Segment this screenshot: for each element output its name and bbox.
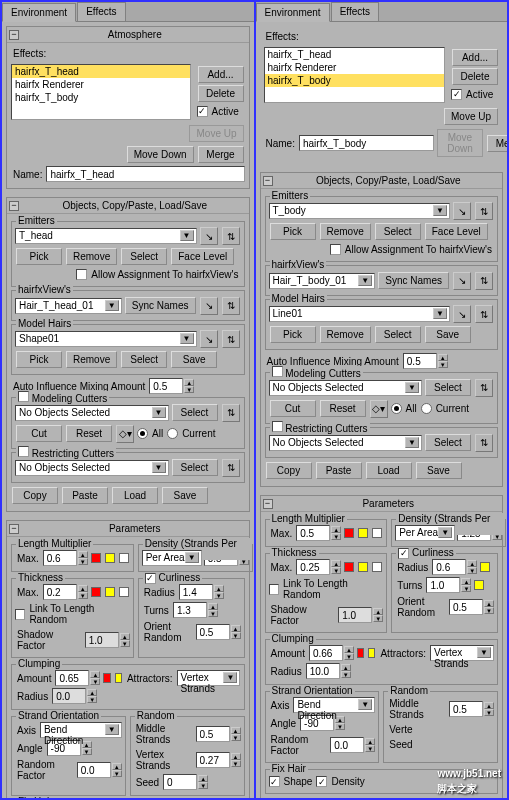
swatch-icon[interactable] xyxy=(357,648,364,658)
emitters-dropdown[interactable]: T_body xyxy=(269,203,451,219)
orient-spinner[interactable]: ▲▼ xyxy=(196,624,241,640)
model-dropdown[interactable]: Shape01 xyxy=(15,331,197,347)
shadow-spinner[interactable]: ▲▼ xyxy=(338,607,383,623)
link-checkbox[interactable] xyxy=(15,609,25,620)
list-item[interactable]: hairfx Renderer xyxy=(12,78,190,91)
arrow-icon[interactable]: ↘ xyxy=(200,227,218,245)
curl-checkbox[interactable]: ✓ xyxy=(145,573,156,584)
moveup-button[interactable]: Move Up xyxy=(444,108,498,125)
swatch-icon[interactable] xyxy=(358,528,368,538)
rcut-dropdown[interactable]: No Objects Selected xyxy=(269,435,423,451)
select-button[interactable]: Select xyxy=(121,351,167,368)
radius-spinner[interactable]: ▲▼ xyxy=(179,584,224,600)
pick-button[interactable]: Pick xyxy=(16,248,62,265)
active-checkbox[interactable]: ✓ xyxy=(197,106,208,117)
swatch-icon[interactable] xyxy=(115,673,122,683)
add-button[interactable]: Add... xyxy=(198,66,244,83)
swatch-icon[interactable] xyxy=(480,562,490,572)
cut-button[interactable]: Cut xyxy=(270,400,316,417)
tab-effects[interactable]: Effects xyxy=(331,2,379,21)
load-button[interactable]: Load xyxy=(366,462,412,479)
swatch-icon[interactable] xyxy=(344,528,354,538)
collapse-icon[interactable]: − xyxy=(263,499,273,509)
link-icon[interactable]: ⇅ xyxy=(222,330,240,348)
cut-button[interactable]: Cut xyxy=(16,425,62,442)
allow-checkbox[interactable] xyxy=(76,269,87,280)
arrow-icon[interactable]: ↘ xyxy=(453,305,471,323)
save-button[interactable]: Save xyxy=(171,351,217,368)
tab-effects[interactable]: Effects xyxy=(77,2,125,21)
add-button[interactable]: Add... xyxy=(452,49,498,66)
clradius-spinner[interactable]: ▲▼ xyxy=(306,663,351,679)
swatch-icon[interactable] xyxy=(372,528,382,538)
facelevel-button[interactable]: Face Level xyxy=(171,248,234,265)
swatch-icon[interactable] xyxy=(105,587,115,597)
swatch-icon[interactable] xyxy=(91,587,101,597)
sync-button[interactable]: Sync Names xyxy=(378,272,449,289)
collapse-icon[interactable]: − xyxy=(9,201,19,211)
link-icon[interactable]: ⇅ xyxy=(475,434,493,452)
swatch-icon[interactable] xyxy=(103,673,110,683)
emitters-dropdown[interactable]: T_head xyxy=(15,228,197,244)
select-button[interactable]: Select xyxy=(425,434,471,451)
arrow-icon[interactable]: ↘ xyxy=(200,330,218,348)
effects-list[interactable]: hairfx_T_head hairfx Renderer hairfx_T_b… xyxy=(11,64,191,120)
rf-spinner[interactable]: ▲▼ xyxy=(77,762,122,778)
name-input[interactable] xyxy=(299,135,434,151)
axis-dropdown[interactable]: Bend Direction xyxy=(293,697,375,713)
mcut-checkbox[interactable] xyxy=(272,366,283,377)
auto-spinner[interactable]: ▲▼ xyxy=(403,353,448,369)
merge-button[interactable]: Merge xyxy=(487,135,507,152)
select-button[interactable]: Select xyxy=(375,223,421,240)
max-spinner[interactable]: ▲▼ xyxy=(296,525,341,541)
views-dropdown[interactable]: Hair_T_head_01 xyxy=(15,298,122,314)
swatch-icon[interactable] xyxy=(474,580,484,590)
amount-spinner[interactable]: ▲▼ xyxy=(309,645,354,661)
save-button[interactable]: Save xyxy=(162,487,208,504)
facelevel-button[interactable]: Face Level xyxy=(425,223,488,240)
mid-spinner[interactable]: ▲▼ xyxy=(196,726,241,742)
list-item[interactable]: hairfx_T_body xyxy=(12,91,190,104)
remove-button[interactable]: Remove xyxy=(320,326,371,343)
delete-button[interactable]: Delete xyxy=(198,85,244,102)
swatch-icon[interactable] xyxy=(105,553,115,563)
link-icon[interactable]: ⇅ xyxy=(222,297,240,315)
density-checkbox[interactable]: ✓ xyxy=(316,776,327,787)
all-radio[interactable] xyxy=(137,428,148,439)
copy-button[interactable]: Copy xyxy=(266,462,312,479)
copy-button[interactable]: Copy xyxy=(12,487,58,504)
sync-button[interactable]: Sync Names xyxy=(125,297,196,314)
rcut-checkbox[interactable] xyxy=(18,446,29,457)
swatch-icon[interactable] xyxy=(344,562,354,572)
swatch-icon[interactable] xyxy=(119,553,129,563)
link-icon[interactable]: ⇅ xyxy=(222,404,240,422)
attr-dropdown[interactable]: Vertex Strands xyxy=(177,670,241,686)
list-item[interactable]: hairfx_T_head xyxy=(12,65,190,78)
mcut-checkbox[interactable] xyxy=(18,391,29,402)
swatch-icon[interactable] xyxy=(358,562,368,572)
shape-checkbox[interactable]: ✓ xyxy=(269,776,280,787)
thick-spinner[interactable]: ▲▼ xyxy=(296,559,341,575)
vstr-spinner[interactable]: ▲▼ xyxy=(196,752,241,768)
auto-spinner[interactable]: ▲▼ xyxy=(149,378,194,394)
paste-button[interactable]: Paste xyxy=(316,462,362,479)
turns-spinner[interactable]: ▲▼ xyxy=(426,577,471,593)
collapse-icon[interactable]: − xyxy=(9,524,19,534)
link-icon[interactable]: ⇅ xyxy=(222,459,240,477)
max-spinner[interactable]: ▲▼ xyxy=(43,550,88,566)
arrow-icon[interactable]: ↘ xyxy=(453,272,471,290)
remove-button[interactable]: Remove xyxy=(66,248,117,265)
rcut-checkbox[interactable] xyxy=(272,421,283,432)
select-button[interactable]: Select xyxy=(172,404,218,421)
all-radio[interactable] xyxy=(391,403,402,414)
current-radio[interactable] xyxy=(421,403,432,414)
list-item[interactable]: hairfx Renderer xyxy=(265,61,445,74)
list-item[interactable]: hairfx_T_head xyxy=(265,48,445,61)
thick-spinner[interactable]: ▲▼ xyxy=(43,584,88,600)
curl-checkbox[interactable]: ✓ xyxy=(398,548,409,559)
tab-environment[interactable]: Environment xyxy=(256,3,330,22)
diamond-icon[interactable]: ◇▾ xyxy=(116,425,134,443)
clradius-spinner[interactable]: ▲▼ xyxy=(52,688,97,704)
allow-checkbox[interactable] xyxy=(330,244,341,255)
link-checkbox[interactable] xyxy=(269,584,279,595)
